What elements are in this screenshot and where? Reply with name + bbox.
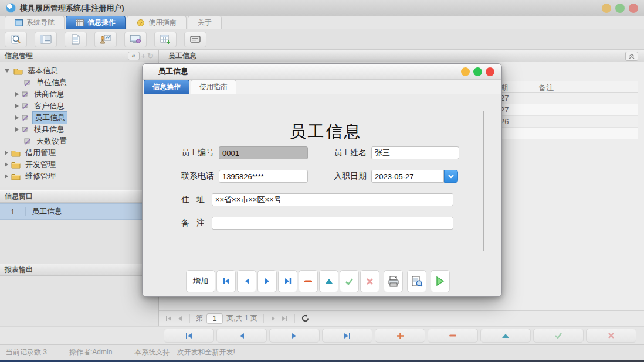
caret-down-icon[interactable] bbox=[5, 69, 9, 73]
tab-label: 关于 bbox=[198, 18, 212, 28]
edit-record-button[interactable] bbox=[480, 329, 531, 343]
add-record-button[interactable] bbox=[375, 329, 425, 343]
caret-right-icon[interactable] bbox=[15, 127, 19, 132]
list-icon[interactable] bbox=[35, 32, 57, 47]
refresh-icon: ↻ bbox=[147, 52, 154, 60]
dialog-tab-bar: 信息操作 使用指南 bbox=[143, 80, 501, 94]
remarks-field[interactable] bbox=[212, 217, 453, 230]
tree-item-develop-mgmt[interactable]: 开发管理 bbox=[0, 159, 158, 170]
employee-name-field[interactable] bbox=[371, 146, 459, 159]
tree-item-repair-mgmt[interactable]: 维修管理 bbox=[0, 170, 158, 182]
table-add-icon[interactable] bbox=[154, 32, 177, 47]
confirm-button[interactable] bbox=[533, 329, 584, 343]
next-record-button[interactable] bbox=[257, 270, 277, 292]
tab-system-nav[interactable]: 系统导航 bbox=[5, 16, 65, 29]
caret-right-icon[interactable] bbox=[15, 104, 19, 108]
next-page-icon[interactable] bbox=[270, 315, 277, 322]
employee-name-label: 员工姓名 bbox=[334, 148, 367, 158]
dialog-title-bar[interactable]: 员工信息 bbox=[143, 64, 501, 80]
caret-right-icon[interactable] bbox=[15, 115, 19, 120]
tree-label: 模具信息 bbox=[32, 124, 66, 135]
sidebar-panel-info-management: 信息管理 « + ↻ bbox=[0, 50, 158, 62]
window-icon bbox=[15, 19, 23, 26]
sidebar-collapse-icon[interactable]: « bbox=[128, 52, 140, 60]
page-number-input[interactable] bbox=[206, 313, 223, 324]
dialog-tab-label: 使用指南 bbox=[199, 82, 228, 92]
caret-right-icon[interactable] bbox=[15, 92, 19, 97]
edit-record-button[interactable] bbox=[319, 270, 338, 292]
device-icon[interactable] bbox=[184, 32, 206, 47]
tab-label: 使用指南 bbox=[148, 18, 177, 28]
confirm-button[interactable] bbox=[340, 270, 359, 292]
panel-collapse-icon[interactable] bbox=[625, 52, 638, 61]
address-field[interactable] bbox=[212, 193, 453, 206]
help-coin-icon: ? bbox=[137, 19, 145, 26]
dialog-tab-info-operation[interactable]: 信息操作 bbox=[144, 80, 189, 94]
status-bar: 当前记录数 3 操作者:Admin 本系统支持二次开发和全新开发! bbox=[0, 344, 644, 360]
next-record-button[interactable] bbox=[269, 329, 320, 343]
prev-record-button[interactable] bbox=[237, 270, 256, 292]
delete-record-button[interactable] bbox=[299, 270, 318, 292]
delete-record-button[interactable] bbox=[428, 329, 478, 343]
first-record-button[interactable] bbox=[164, 329, 214, 343]
print-icon[interactable] bbox=[384, 270, 403, 292]
phone-field[interactable] bbox=[219, 170, 308, 183]
operator-label: 操作者:Admin bbox=[69, 347, 112, 357]
main-toolbar bbox=[0, 29, 644, 50]
dialog-tab-user-guide[interactable]: 使用指南 bbox=[191, 80, 236, 94]
caret-right-icon[interactable] bbox=[5, 174, 8, 179]
user-chart-icon[interactable] bbox=[94, 32, 117, 47]
tool-icon bbox=[23, 138, 32, 145]
add-button[interactable]: 增加 bbox=[186, 270, 215, 292]
tree-item-customer-info[interactable]: 客户信息 bbox=[0, 100, 158, 112]
run-icon[interactable] bbox=[431, 270, 450, 292]
document-icon[interactable] bbox=[65, 32, 87, 47]
page-suffix-label: 页,共 1 页 bbox=[226, 313, 257, 323]
first-page-icon[interactable] bbox=[165, 315, 173, 322]
refresh-icon[interactable] bbox=[301, 314, 310, 323]
maximize-button[interactable] bbox=[615, 4, 625, 13]
prev-page-icon[interactable] bbox=[177, 315, 184, 322]
minimize-button[interactable] bbox=[602, 4, 611, 13]
dialog-minimize-button[interactable] bbox=[461, 67, 470, 76]
tree-item-unit-info[interactable]: 单位信息 bbox=[0, 77, 158, 88]
list-item[interactable]: 1 员工信息 bbox=[0, 203, 158, 220]
prev-record-button[interactable] bbox=[216, 329, 267, 343]
tool-icon bbox=[23, 79, 32, 87]
panel-title: 信息窗口 bbox=[5, 192, 33, 202]
tab-about[interactable]: 关于 bbox=[188, 16, 222, 29]
tree-label: 单位信息 bbox=[35, 77, 69, 88]
caret-right-icon[interactable] bbox=[5, 162, 8, 167]
monitor-icon[interactable] bbox=[124, 32, 147, 47]
table-header-remarks: 备注 bbox=[538, 83, 554, 93]
main-tab-bar: 系统导航 信息操作 ? 使用指南 关于 bbox=[0, 16, 644, 29]
tree-item-borrow-mgmt[interactable]: 借用管理 bbox=[0, 147, 158, 159]
dialog-maximize-button[interactable] bbox=[473, 67, 482, 76]
last-record-button[interactable] bbox=[278, 270, 297, 292]
main-panel-header: 员工信息 bbox=[159, 50, 644, 62]
employee-id-label: 员工编号 bbox=[181, 148, 214, 158]
tab-user-guide[interactable]: ? 使用指南 bbox=[127, 16, 187, 29]
last-page-icon[interactable] bbox=[280, 315, 289, 322]
list-item-index: 1 bbox=[0, 207, 26, 216]
search-icon[interactable] bbox=[5, 32, 27, 47]
tree-item-supplier-info[interactable]: 供商信息 bbox=[0, 88, 158, 100]
employee-id-field bbox=[219, 146, 308, 159]
tree-item-basic-info[interactable]: 基本信息 bbox=[0, 65, 158, 77]
caret-right-icon[interactable] bbox=[5, 151, 8, 155]
print-preview-icon[interactable] bbox=[407, 270, 426, 292]
tab-info-operation[interactable]: 信息操作 bbox=[66, 16, 126, 29]
tree-item-mold-info[interactable]: 模具信息 bbox=[0, 124, 158, 135]
sidebar-panel-report-output: 报表输出 bbox=[0, 264, 158, 276]
first-record-button[interactable] bbox=[216, 270, 236, 292]
cancel-button[interactable] bbox=[586, 329, 636, 343]
hire-date-field[interactable] bbox=[371, 170, 444, 183]
cancel-button[interactable] bbox=[360, 270, 379, 292]
tree-item-days-setting[interactable]: 天数设置 bbox=[0, 135, 158, 147]
tree-item-employee-info[interactable]: 员工信息 bbox=[0, 112, 158, 124]
close-button[interactable] bbox=[629, 4, 638, 13]
chevron-down-icon[interactable] bbox=[444, 170, 458, 183]
last-record-button[interactable] bbox=[322, 329, 372, 343]
dialog-close-button[interactable] bbox=[486, 67, 494, 76]
add-icon: + bbox=[141, 52, 146, 60]
